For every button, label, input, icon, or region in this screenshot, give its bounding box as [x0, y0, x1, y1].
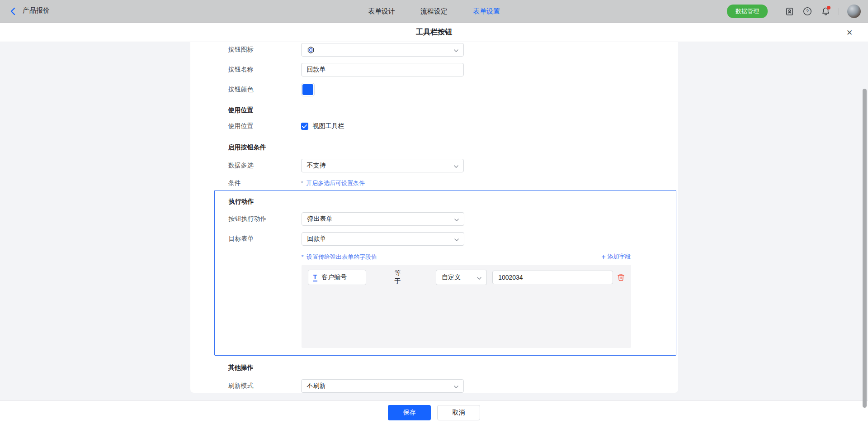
operator-label: 等于	[394, 269, 404, 286]
section-other-title: 其他操作	[190, 363, 678, 372]
chevron-down-icon	[453, 48, 459, 55]
button-icon-label: 按钮图标	[228, 46, 301, 54]
help-icon[interactable]: ?	[802, 6, 812, 16]
exec-action-row: 按钮执行动作 弹出表单	[229, 212, 676, 226]
nav-right-group: 数据管理 ?	[727, 0, 861, 23]
usage-label: 使用位置	[228, 122, 301, 130]
condition-hint-star: *	[301, 180, 303, 186]
chevron-down-icon	[453, 163, 459, 171]
target-form-dropdown[interactable]: 回款单	[302, 232, 464, 246]
condition-hint: * 开启多选后可设置条件	[301, 179, 365, 187]
field-values-hint-text: 设置传给弹出表单的字段值	[307, 253, 377, 260]
add-field-label: 添加字段	[608, 252, 631, 261]
top-navbar: 产品报价 表单设计 流程设定 表单设置 数据管理 ?	[0, 0, 868, 23]
add-field-button[interactable]: + 添加字段	[601, 252, 631, 261]
tab-form-settings[interactable]: 表单设置	[473, 7, 500, 16]
settings-panel: 按钮图标 按钮名称 按钮颜色 使用位置 使用位置	[190, 42, 678, 393]
multi-select-row: 数据多选 不支持	[190, 159, 678, 172]
refresh-mode-dropdown[interactable]: 不刷新	[301, 379, 464, 393]
tab-form-design[interactable]: 表单设计	[368, 7, 395, 16]
multi-select-label: 数据多选	[228, 162, 301, 170]
value-source-dropdown[interactable]: 自定义	[436, 270, 487, 285]
button-name-row: 按钮名称	[190, 63, 678, 76]
condition-row: 条件 * 开启多选后可设置条件	[190, 179, 678, 187]
condition-label: 条件	[228, 179, 301, 187]
refresh-mode-row: 刷新模式 不刷新	[190, 379, 678, 393]
target-form-row: 目标表单 回款单	[229, 232, 676, 246]
modal-header: 工具栏按钮 ✕	[0, 23, 868, 42]
exec-action-value: 弹出表单	[307, 215, 333, 223]
tab-flow-setting[interactable]: 流程设定	[420, 7, 448, 16]
multi-select-value: 不支持	[307, 162, 326, 170]
bell-icon[interactable]	[821, 6, 830, 16]
field-name: 客户编号	[321, 273, 347, 281]
close-icon[interactable]: ✕	[844, 28, 854, 38]
nut-icon	[307, 46, 315, 54]
field-mapping-area: T 客户编号 等于 自定义	[302, 265, 631, 348]
usage-row: 使用位置 视图工具栏	[190, 122, 678, 131]
usage-checkbox-group: 视图工具栏	[301, 122, 344, 131]
section-enable-condition-title: 启用按钮条件	[190, 143, 678, 152]
multi-select-dropdown[interactable]: 不支持	[301, 159, 464, 172]
field-selector[interactable]: T 客户编号	[308, 270, 367, 285]
chevron-down-icon	[453, 384, 459, 391]
user-avatar[interactable]	[847, 5, 861, 18]
view-toolbar-label: 视图工具栏	[313, 122, 344, 130]
color-picker[interactable]	[301, 83, 315, 96]
contacts-icon[interactable]	[784, 6, 794, 16]
field-values-hint-star: *	[302, 253, 304, 260]
cancel-button[interactable]: 取消	[437, 405, 480, 420]
nav-divider	[776, 8, 776, 15]
exec-action-label: 按钮执行动作	[229, 215, 302, 223]
button-icon-select[interactable]	[301, 43, 464, 57]
notification-badge	[827, 6, 830, 10]
section-action-title: 执行动作	[229, 197, 676, 206]
value-source-value: 自定义	[442, 273, 461, 281]
refresh-mode-value: 不刷新	[307, 382, 326, 390]
nav-divider	[839, 8, 839, 15]
button-name-input[interactable]	[301, 63, 464, 76]
custom-value-input[interactable]	[492, 271, 613, 284]
field-values-hint-row: * 设置传给弹出表单的字段值 + 添加字段	[302, 252, 631, 261]
button-color-label: 按钮颜色	[228, 86, 301, 94]
chevron-down-icon	[454, 237, 459, 244]
button-color-row: 按钮颜色	[190, 83, 678, 96]
exec-action-dropdown[interactable]: 弹出表单	[302, 212, 464, 226]
view-toolbar-checkbox[interactable]	[301, 123, 308, 130]
chevron-down-icon	[476, 275, 482, 282]
save-button[interactable]: 保存	[388, 405, 431, 420]
chevron-down-icon	[454, 217, 459, 224]
color-swatch	[302, 84, 313, 95]
button-name-label: 按钮名称	[228, 66, 301, 74]
svg-text:?: ?	[806, 9, 809, 14]
target-form-value: 回款单	[307, 235, 326, 243]
data-manage-button[interactable]: 数据管理	[727, 5, 768, 18]
plus-icon: +	[601, 254, 605, 260]
condition-hint-text: 开启多选后可设置条件	[306, 180, 365, 186]
delete-icon[interactable]	[617, 272, 625, 282]
refresh-mode-label: 刷新模式	[228, 382, 301, 390]
field-mapping-row: T 客户编号 等于 自定义	[308, 269, 625, 286]
modal-title: 工具栏按钮	[416, 28, 452, 37]
target-form-label: 目标表单	[229, 235, 302, 243]
text-field-type-icon: T	[313, 274, 318, 281]
modal-body: 按钮图标 按钮名称 按钮颜色 使用位置 使用位置	[0, 42, 868, 400]
scrollbar-thumb[interactable]	[863, 89, 867, 408]
modal-footer: 保存 取消	[0, 400, 868, 424]
section-usage-title: 使用位置	[190, 105, 678, 114]
button-icon-row: 按钮图标	[190, 43, 678, 57]
action-section-box: 执行动作 按钮执行动作 弹出表单 目标表单 回款单	[214, 190, 676, 356]
field-values-hint: * 设置传给弹出表单的字段值	[302, 252, 377, 261]
